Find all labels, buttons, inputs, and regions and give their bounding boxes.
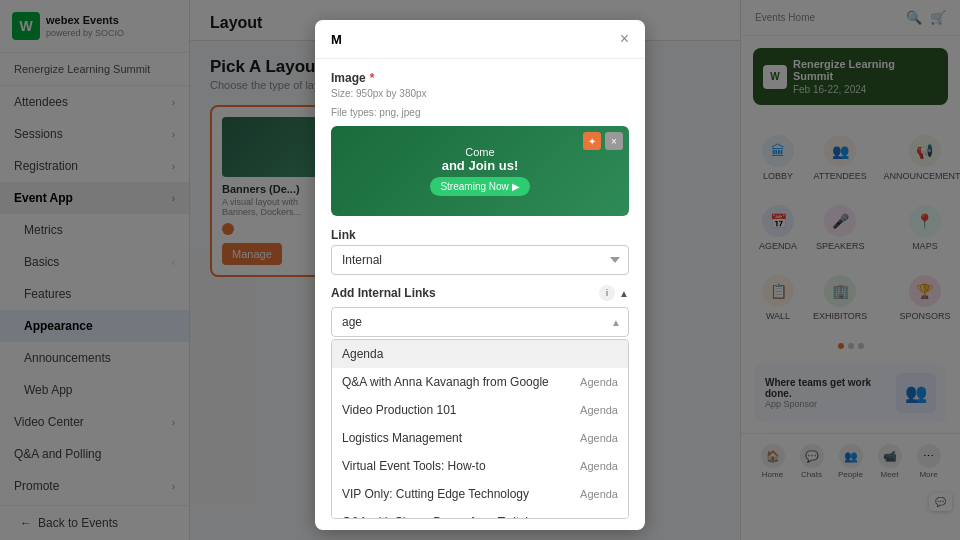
- search-dropdown-arrow-icon[interactable]: ▲: [611, 317, 621, 328]
- edit-image-icon[interactable]: ✦: [583, 132, 601, 150]
- dropdown-item-qna-anna[interactable]: Q&A with Anna Kavanagh from Google Agend…: [332, 368, 628, 396]
- dropdown-item-vip[interactable]: VIP Only: Cutting Edge Technology Agenda: [332, 480, 628, 508]
- dropdown-item-agenda[interactable]: Agenda: [332, 340, 628, 368]
- internal-links-section-label: Add Internal Links i ▲: [331, 285, 629, 301]
- dropdown-item-logistics[interactable]: Logistics Management Agenda: [332, 424, 628, 452]
- modal-dialog: M × Image * Size: 950px by 380px File ty…: [315, 20, 645, 530]
- streaming-button[interactable]: Streaming Now: [430, 177, 529, 196]
- remove-image-icon[interactable]: ×: [605, 132, 623, 150]
- dropdown-item-qna-sherry[interactable]: Q&A with Sherry Brown from Twitch Agenda: [332, 508, 628, 519]
- modal-header: M ×: [315, 20, 645, 59]
- dropdown-item-virtual-tools[interactable]: Virtual Event Tools: How-to Agenda: [332, 452, 628, 480]
- image-overlay-icons: ✦ ×: [583, 132, 623, 150]
- internal-links-dropdown: Agenda Q&A with Anna Kavanagh from Googl…: [331, 339, 629, 519]
- internal-link-search[interactable]: [331, 307, 629, 337]
- visibility-section: Visi... ▼ All Attendees: [331, 529, 629, 530]
- banner-line2: and Join us!: [430, 158, 529, 173]
- modal-close-button[interactable]: ×: [620, 30, 629, 48]
- info-icon: i: [599, 285, 615, 301]
- banner-text: Come and Join us! Streaming Now: [430, 146, 529, 196]
- modal-overlay: M × Image * Size: 950px by 380px File ty…: [0, 0, 960, 540]
- required-marker: *: [370, 71, 375, 85]
- link-field-label: Link: [331, 228, 629, 242]
- image-banner-preview: ✦ × Come and Join us! Streaming Now: [331, 126, 629, 216]
- dropdown-item-video-production[interactable]: Video Production 101 Agenda: [332, 396, 628, 424]
- search-wrap: ▲: [331, 307, 629, 337]
- banner-line1: Come: [430, 146, 529, 158]
- modal-body: Image * Size: 950px by 380px File types:…: [315, 59, 645, 530]
- image-size-hint: Size: 950px by 380px: [331, 88, 629, 99]
- link-select[interactable]: Internal External None: [331, 245, 629, 275]
- modal-title: M: [331, 32, 342, 47]
- image-field-label: Image *: [331, 71, 629, 85]
- collapse-chevron-icon[interactable]: ▲: [619, 288, 629, 299]
- image-file-hint: File types: png, jpeg: [331, 107, 629, 118]
- visibility-section-label: Visi... ▼: [331, 529, 629, 530]
